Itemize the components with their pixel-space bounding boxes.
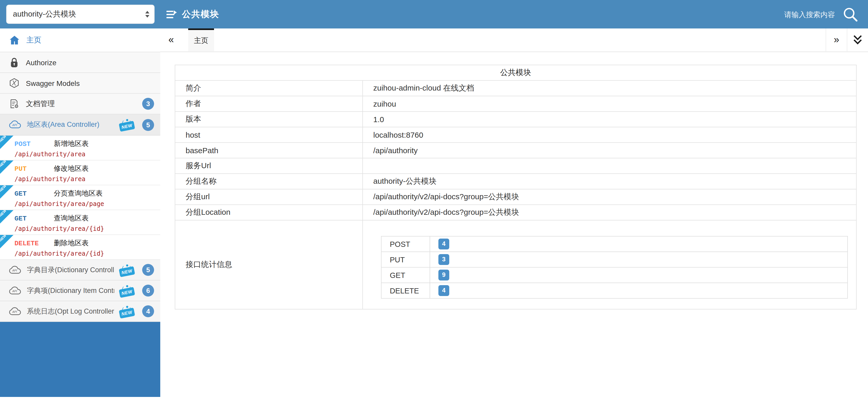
doc-info-rows: 简介 zuihou-admin-cloud 在线文档 作者 zuihou 版本 … [175,81,856,220]
sidebar-item-label: 主页 [26,35,154,45]
controller-item[interactable]: API 系统日志(Opt Log Controller) NEW 4 [0,301,160,322]
stat-method: PUT [381,252,430,267]
info-label: 分组Location [175,205,363,220]
app-title-text: 公共模块 [182,8,219,20]
info-value: /api/authority/v2/api-docs?group=公共模块 [363,205,856,220]
tab-home[interactable]: 主页 [188,28,214,51]
stat-row: DELETE 4 [381,283,847,298]
doc-table: 公共模块 简介 zuihou-admin-cloud 在线文档 作者 zuiho… [175,65,857,310]
stat-count-cell: 4 [430,283,847,298]
info-value [363,158,856,174]
group-select[interactable]: authority-公共模块 [6,5,155,24]
controller-area[interactable]: API 地区表(Area Controller) NEW 5 [0,114,160,136]
api-path: /api/authority/area/page [14,200,157,207]
api-path: /api/authority/area [14,175,157,183]
api-path: /api/authority/area/{id} [14,250,157,257]
stats-label: 接口统计信息 [175,220,363,309]
info-value: localhost:8760 [363,127,856,143]
search-input[interactable] [757,10,835,18]
api-item[interactable]: NEW PUT 修改地区表 /api/authority/area [0,161,160,185]
info-label: 分组名称 [175,174,363,189]
api-item[interactable]: NEW DELETE 删除地区表 /api/authority/area/{id… [0,235,160,260]
info-value: zuihou-admin-cloud 在线文档 [363,81,856,96]
api-item[interactable]: NEW GET 分页查询地区表 /api/authority/area/page [0,185,160,210]
new-ribbon-icon: NEW [0,185,13,199]
info-value: authority-公共模块 [363,174,856,189]
sidebar-footer [0,322,160,397]
stats-inner-table: POST 4 PUT 3 [381,236,848,298]
cloud-api-icon: API [8,120,22,130]
tab-collapse-button[interactable] [847,28,868,51]
stat-count-cell: 4 [430,236,847,252]
controller-count-badge: 6 [142,285,154,296]
info-row: 服务Url [175,158,856,174]
home-icon [9,35,20,45]
stat-row: POST 4 [381,236,847,252]
api-item[interactable]: NEW POST 新增地区表 /api/authority/area [0,136,160,161]
lock-icon [9,57,19,67]
info-row: 简介 zuihou-admin-cloud 在线文档 [175,81,856,96]
sidebar-item-doc-manage[interactable]: 文档管理 3 [0,94,160,114]
info-row: host localhost:8760 [175,127,856,143]
api-name: 查询地区表 [54,214,89,223]
controller-item[interactable]: API 字典目录(Dictionary Controller) NEW 5 [0,260,160,281]
tab-scroll-left-button[interactable]: « [160,28,182,51]
doc-content: 公共模块 简介 zuihou-admin-cloud 在线文档 作者 zuiho… [160,52,868,310]
api-method: GET [14,215,54,223]
double-chevron-down-icon [852,34,863,46]
stat-count-cell: 9 [430,267,847,283]
info-row: basePath /api/authority [175,143,856,158]
doc-count-badge: 3 [142,98,154,110]
stat-count-badge: 3 [438,254,449,265]
controller-list: API 字典目录(Dictionary Controller) NEW 5 AP… [0,260,160,322]
sidebar-item-home[interactable]: 主页 [0,28,160,52]
api-item[interactable]: NEW GET 查询地区表 /api/authority/area/{id} [0,210,160,235]
new-tag-icon: NEW [119,285,135,296]
search-icon[interactable] [842,6,859,23]
info-row: 分组Location /api/authority/v2/api-docs?gr… [175,205,856,220]
top-header-bar: authority-公共模块 公共模块 [0,0,868,28]
stat-method: DELETE [381,283,430,298]
api-name: 修改地区表 [54,164,89,173]
svg-text:API: API [12,289,17,292]
app-logo-icon [166,9,177,19]
info-label: 分组url [175,189,363,205]
stat-row: PUT 3 [381,252,847,267]
cloud-api-icon: API [8,307,22,316]
main-area: « 主页 » 公共模块 [160,28,868,399]
tab-scroll-right-button[interactable]: » [826,28,847,51]
group-select-value: authority-公共模块 [13,9,145,19]
select-stepper-icon [145,11,149,18]
tab-bar: « 主页 » [160,28,868,52]
svg-text:API: API [12,268,17,272]
cloud-api-icon: API [8,286,22,295]
new-ribbon-icon: NEW [0,136,13,149]
info-label: 版本 [175,112,363,127]
sidebar-item-authorize[interactable]: Authorize [0,52,160,73]
api-list: NEW POST 新增地区表 /api/authority/area NEW P… [0,136,160,260]
svg-text:API: API [12,310,17,313]
svg-text:API: API [12,123,17,126]
api-name: 删除地区表 [54,238,89,248]
sidebar-item-swagger-models[interactable]: Swagger Models [0,73,160,94]
api-path: /api/authority/area/{id} [14,225,157,232]
controller-label: 字典项(Dictionary Item Controller) [27,286,114,295]
info-row: 分组url /api/authority/v2/api-docs?group=公… [175,189,856,205]
info-label: 服务Url [175,158,363,174]
controller-item[interactable]: API 字典项(Dictionary Item Controller) NEW … [0,281,160,301]
controller-label: 字典目录(Dictionary Controller) [27,265,114,275]
stat-count-cell: 3 [430,252,847,267]
app-title: 公共模块 [166,0,219,28]
new-tag-icon: NEW [119,264,135,276]
api-method: DELETE [14,239,54,247]
info-label: basePath [175,143,363,158]
api-method: PUT [14,165,54,173]
sidebar-item-label: Authorize [26,58,154,66]
info-value: 1.0 [363,112,856,127]
info-row: 版本 1.0 [175,112,856,127]
app-root: authority-公共模块 公共模块 主页 [0,0,868,399]
info-row: 作者 zuihou [175,96,856,112]
info-label: 作者 [175,96,363,112]
new-tag-icon: NEW [119,306,135,317]
api-method: GET [14,190,54,198]
